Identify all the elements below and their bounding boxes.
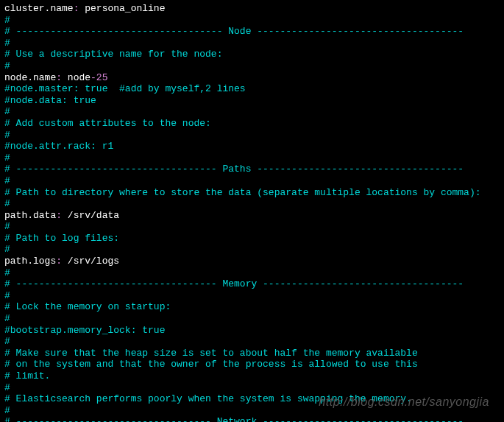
- config-line-node-name: node.name: node-25: [4, 72, 500, 84]
- key-cluster-name: cluster.name: [4, 3, 74, 14]
- comment-hash: #: [4, 336, 500, 348]
- colon: :: [74, 3, 85, 14]
- section-header-network: # ---------------------------------- Net…: [4, 416, 500, 422]
- comment-hash: #: [4, 38, 500, 49]
- comment-hash: #: [4, 267, 500, 279]
- comment-node-attr: # Add custom attributes to the node:: [4, 118, 500, 130]
- comment-path-logs: # Path to log files:: [4, 233, 500, 245]
- comment-hash: #: [4, 175, 500, 187]
- comment-hash: #: [4, 198, 500, 210]
- comment-path-data: # Path to directory where to store the d…: [4, 187, 500, 199]
- value-cluster-name: persona_online: [85, 3, 165, 14]
- comment-hash: #: [4, 382, 500, 394]
- section-header-node: # ------------------------------------ N…: [4, 26, 500, 38]
- comment-heap1: # Make sure that the heap size is set to…: [4, 348, 500, 359]
- comment-memory-lock: # Lock the memory on startup:: [4, 301, 500, 313]
- comment-hash: #: [4, 15, 500, 27]
- config-line-path-logs: path.logs: /srv/logs: [4, 256, 500, 267]
- key-node-name: node.name: [4, 72, 56, 83]
- comment-node-master: #node.master: true #add by myself,2 line…: [4, 83, 500, 95]
- section-header-paths: # ----------------------------------- Pa…: [4, 163, 500, 175]
- comment-heap2: # on the system and that the owner of th…: [4, 359, 500, 370]
- comment-hash: #: [4, 221, 500, 233]
- comment-hash: #: [4, 244, 500, 256]
- comment-node-data: #node.data: true: [4, 95, 500, 107]
- config-line-path-data: path.data: /srv/data: [4, 210, 500, 222]
- comment-hash: #: [4, 130, 500, 141]
- section-header-memory: # ----------------------------------- Me…: [4, 278, 500, 290]
- comment-hash: #: [4, 290, 500, 302]
- config-line-cluster: cluster.name: persona_online: [4, 3, 500, 15]
- comment-hash: #: [4, 152, 500, 164]
- comment-node-desc: # Use a descriptive name for the node:: [4, 49, 500, 60]
- comment-bootstrap: #bootstrap.memory_lock: true: [4, 325, 500, 337]
- watermark-text: http://blog.csdn.net/sanyongjia: [319, 395, 489, 409]
- comment-node-rack: #node.attr.rack: r1: [4, 141, 500, 152]
- comment-hash: #: [4, 60, 500, 72]
- comment-heap3: # limit.: [4, 370, 500, 382]
- comment-hash: #: [4, 106, 500, 118]
- comment-hash: #: [4, 313, 500, 325]
